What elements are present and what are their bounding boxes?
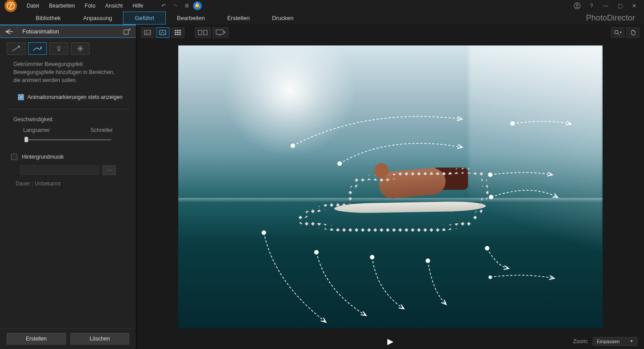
svg-point-2 bbox=[576, 4, 578, 6]
tab-create[interactable]: Erstellen bbox=[216, 12, 261, 24]
tool-row bbox=[0, 38, 136, 57]
sidebar: Fotoanimation Gekrümmter Bewegungspfeil:… bbox=[0, 25, 136, 349]
maximize-icon[interactable]: ▢ bbox=[615, 1, 625, 11]
show-markers-label: Animationsmarkierungen stets anzeigen bbox=[28, 94, 123, 100]
minimize-icon[interactable]: — bbox=[600, 1, 611, 11]
zoom-label: Zoom: bbox=[573, 338, 588, 345]
zoom-select[interactable]: Einpassen▼ bbox=[593, 337, 637, 346]
view-toolbar: ▾ ▾ bbox=[136, 25, 644, 40]
svg-rect-18 bbox=[216, 30, 223, 34]
svg-point-29 bbox=[426, 259, 430, 263]
main-area: ▾ ▾ bbox=[136, 25, 644, 349]
menubar: Datei Bearbeiten Foto Ansicht Hilfe ↶ ↷ … bbox=[0, 0, 644, 11]
tool-curved-arrow[interactable] bbox=[28, 42, 47, 55]
svg-point-27 bbox=[314, 250, 319, 255]
speed-slower-label: Langsamer bbox=[23, 127, 50, 133]
export-button[interactable] bbox=[118, 25, 136, 37]
svg-point-22 bbox=[337, 161, 342, 166]
settings-icon[interactable]: ⚙ bbox=[181, 1, 192, 11]
svg-rect-3 bbox=[124, 30, 128, 34]
canvas[interactable] bbox=[136, 40, 644, 333]
svg-rect-15 bbox=[179, 34, 181, 35]
delete-button[interactable]: Löschen bbox=[70, 333, 130, 345]
svg-rect-7 bbox=[175, 30, 176, 31]
tool-freeze[interactable] bbox=[71, 42, 90, 55]
svg-point-31 bbox=[488, 275, 492, 279]
tool-anchor[interactable] bbox=[49, 42, 68, 55]
svg-rect-6 bbox=[160, 30, 166, 35]
account-icon[interactable] bbox=[572, 1, 582, 11]
svg-rect-13 bbox=[175, 34, 176, 35]
svg-rect-12 bbox=[179, 32, 181, 33]
brand-label: PhotoDirector bbox=[586, 13, 635, 23]
view-mirror-icon[interactable] bbox=[195, 27, 211, 38]
close-icon[interactable]: ✕ bbox=[629, 1, 640, 11]
svg-rect-17 bbox=[204, 30, 207, 35]
tab-adjust[interactable]: Anpassung bbox=[72, 12, 123, 24]
svg-point-25 bbox=[510, 121, 515, 126]
bg-music-input[interactable] bbox=[20, 165, 99, 175]
divider bbox=[7, 109, 129, 109]
bg-music-checkbox[interactable] bbox=[11, 154, 17, 160]
speed-slider[interactable] bbox=[25, 136, 111, 143]
svg-rect-11 bbox=[177, 32, 179, 33]
back-button[interactable] bbox=[0, 25, 18, 37]
svg-point-21 bbox=[291, 144, 295, 148]
svg-point-23 bbox=[488, 172, 492, 177]
view-compare-icon[interactable] bbox=[156, 27, 169, 38]
menu-help[interactable]: Hilfe bbox=[128, 1, 148, 10]
view-single-icon[interactable] bbox=[141, 27, 154, 38]
tab-guided[interactable]: Geführt bbox=[123, 12, 165, 25]
bg-music-browse-button[interactable]: ⋯ bbox=[103, 165, 116, 175]
tool-straight-arrow[interactable] bbox=[7, 42, 25, 55]
svg-point-30 bbox=[485, 246, 489, 250]
playbar: ▶ Zoom: Einpassen▼ bbox=[136, 333, 644, 349]
redo-icon[interactable]: ↷ bbox=[170, 1, 180, 11]
tool-description: Gekrümmter Bewegungspfeil: Bewegungspfei… bbox=[0, 57, 136, 90]
tab-edit[interactable]: Bearbeiten bbox=[166, 12, 216, 24]
svg-point-19 bbox=[615, 30, 618, 34]
menu-photo[interactable]: Foto bbox=[80, 1, 100, 10]
play-button[interactable]: ▶ bbox=[387, 337, 394, 346]
create-button[interactable]: Erstellen bbox=[7, 333, 66, 345]
help-icon[interactable]: ? bbox=[586, 1, 597, 11]
speed-faster-label: Schneller bbox=[90, 127, 113, 133]
svg-point-28 bbox=[370, 255, 374, 259]
app-logo-icon bbox=[4, 0, 17, 12]
show-markers-checkbox-row[interactable]: ✓ Animationsmarkierungen stets anzeigen bbox=[0, 90, 136, 107]
svg-rect-8 bbox=[177, 30, 179, 31]
view-display-icon[interactable]: ▾ bbox=[213, 27, 229, 38]
tab-library[interactable]: Bibliothek bbox=[25, 12, 72, 24]
menu-view[interactable]: Ansicht bbox=[101, 1, 127, 10]
duration-label: Dauer : Unbekannt bbox=[0, 177, 136, 190]
svg-rect-16 bbox=[198, 30, 202, 35]
svg-rect-10 bbox=[175, 32, 176, 33]
panel-title: Fotoanimation bbox=[18, 28, 118, 35]
undo-icon[interactable]: ↶ bbox=[158, 1, 169, 11]
notification-icon[interactable]: 🔔 bbox=[193, 1, 202, 10]
preview-image[interactable] bbox=[178, 45, 603, 328]
bg-music-label: Hintergrundmusik bbox=[22, 154, 64, 160]
svg-point-26 bbox=[262, 230, 266, 235]
menu-edit[interactable]: Bearbeiten bbox=[45, 1, 79, 10]
pan-tool-icon[interactable] bbox=[626, 27, 640, 38]
speed-label: Geschwindigkeit: bbox=[13, 116, 123, 123]
tabbar: Bibliothek Anpassung Geführt Bearbeiten … bbox=[0, 11, 644, 25]
svg-point-5 bbox=[146, 31, 147, 32]
svg-rect-9 bbox=[179, 30, 181, 31]
view-grid-icon[interactable] bbox=[171, 27, 185, 38]
animation-overlay[interactable] bbox=[178, 45, 603, 328]
panel-header: Fotoanimation bbox=[0, 25, 136, 38]
tab-print[interactable]: Drucken bbox=[261, 12, 304, 24]
menu-file[interactable]: Datei bbox=[22, 1, 44, 10]
svg-point-24 bbox=[489, 195, 493, 199]
svg-rect-14 bbox=[177, 34, 179, 35]
checkbox-checked-icon[interactable]: ✓ bbox=[18, 94, 24, 100]
zoom-tool-icon[interactable]: ▾ bbox=[611, 27, 624, 38]
